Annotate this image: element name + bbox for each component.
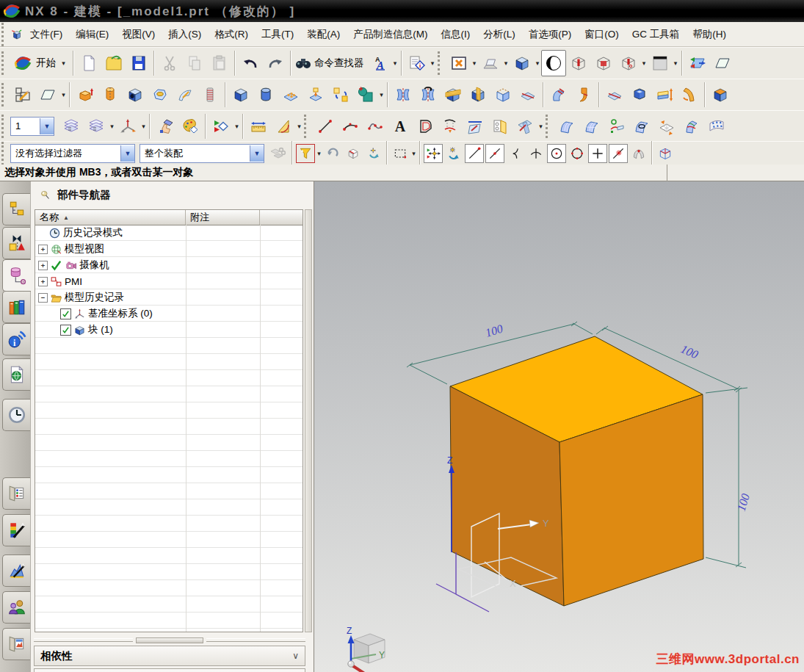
sketch-button[interactable] bbox=[10, 82, 35, 108]
section-curve-button[interactable] bbox=[488, 113, 513, 140]
role-palette-button[interactable] bbox=[178, 113, 203, 140]
sidebar-item-visualization[interactable] bbox=[2, 514, 30, 546]
move-face-button[interactable] bbox=[328, 82, 353, 108]
tree-row-block[interactable]: 块 (1) bbox=[35, 322, 303, 338]
paste-button[interactable] bbox=[207, 50, 232, 76]
mirror-body-button[interactable] bbox=[416, 82, 441, 108]
line-button[interactable] bbox=[313, 113, 338, 140]
section-edit-button[interactable] bbox=[616, 50, 641, 76]
flange-button[interactable] bbox=[571, 82, 596, 108]
checkbox-checked[interactable] bbox=[60, 325, 71, 336]
intersection-snap-button[interactable] bbox=[526, 144, 546, 163]
sidebar-item-part-navigator[interactable] bbox=[2, 259, 32, 292]
toolbar-grip[interactable] bbox=[438, 51, 444, 75]
window-layout-button[interactable] bbox=[446, 50, 471, 76]
chevron-down-icon[interactable]: ∨ bbox=[292, 651, 299, 661]
measure-distance-button[interactable] bbox=[246, 113, 271, 140]
new-button[interactable] bbox=[76, 50, 101, 76]
text-button[interactable] bbox=[388, 113, 413, 140]
expand-icon[interactable]: + bbox=[38, 277, 48, 286]
snap-filter-button[interactable] bbox=[296, 144, 315, 163]
menu-analysis[interactable]: 分析(L) bbox=[477, 25, 522, 44]
start-button[interactable]: 开始 ▾ bbox=[10, 48, 70, 78]
sketch-viewer-button[interactable] bbox=[478, 50, 503, 76]
arc-center-snap-button[interactable] bbox=[547, 144, 566, 163]
layer-settings-button[interactable] bbox=[59, 113, 84, 140]
rotate-point-button[interactable] bbox=[364, 144, 383, 163]
intersection-curve-button[interactable] bbox=[513, 113, 537, 140]
section-surface-button[interactable] bbox=[679, 113, 704, 140]
render-style-button[interactable] bbox=[541, 50, 566, 76]
offset-sheet-button[interactable] bbox=[602, 82, 627, 108]
quadrant-snap-button[interactable] bbox=[568, 144, 587, 163]
existing-point-snap-button[interactable] bbox=[588, 144, 607, 163]
emboss-button[interactable] bbox=[303, 82, 328, 108]
panel-scroll-gutter[interactable] bbox=[305, 209, 312, 632]
tree-row-model-views[interactable]: + 模型视图 bbox=[35, 241, 303, 257]
expand-icon[interactable]: + bbox=[38, 261, 48, 270]
sidebar-item-palettes[interactable] bbox=[2, 477, 30, 510]
edge-display-button[interactable] bbox=[710, 50, 735, 76]
menu-view[interactable]: 视图(V) bbox=[115, 25, 162, 44]
save-button[interactable] bbox=[126, 50, 151, 76]
bounded-grid-snap-button[interactable] bbox=[656, 144, 675, 163]
pattern-feature-button[interactable] bbox=[278, 82, 303, 108]
cylinder-button[interactable] bbox=[253, 82, 278, 108]
sew-button[interactable] bbox=[515, 82, 540, 108]
trimmed-sheet-button[interactable] bbox=[490, 82, 515, 108]
toolbar-grip[interactable] bbox=[1, 51, 8, 75]
selection-filter-combo[interactable]: 没有选择过滤器 ▼ bbox=[10, 144, 135, 163]
block-solid[interactable] bbox=[450, 336, 703, 606]
tree-row-history-mode[interactable]: 历史记录模式 bbox=[35, 225, 303, 241]
sidebar-item-roles[interactable] bbox=[2, 591, 30, 624]
sidebar-item-hd3d-tool[interactable] bbox=[2, 323, 30, 355]
sidebar-item-history[interactable] bbox=[2, 399, 30, 431]
boss-button[interactable] bbox=[148, 82, 173, 108]
sidebar-item-windows[interactable] bbox=[2, 628, 30, 660]
hole-button[interactable] bbox=[123, 82, 148, 108]
split-body-button[interactable] bbox=[466, 82, 490, 108]
menu-gc-toolbox[interactable]: GC 工具箱 bbox=[626, 25, 687, 44]
expand-icon[interactable]: + bbox=[38, 245, 48, 254]
tree-row-pmi[interactable]: + PMI bbox=[35, 273, 303, 289]
measure-angle-button[interactable] bbox=[271, 113, 296, 140]
rib-button[interactable] bbox=[173, 82, 198, 108]
sidebar-item-reuse-library[interactable] bbox=[2, 291, 30, 323]
dependencies-section[interactable]: 相依性 ∨ bbox=[34, 646, 305, 666]
menu-format[interactable]: 格式(R) bbox=[208, 25, 255, 44]
snap-enable-button[interactable] bbox=[424, 144, 443, 163]
layer-visible-in-view-button[interactable] bbox=[84, 113, 109, 140]
unite-button[interactable] bbox=[353, 82, 378, 108]
sidebar-item-assembly-navigator[interactable] bbox=[2, 193, 30, 225]
column-name[interactable]: 名称 ▲ bbox=[35, 210, 186, 225]
open-button[interactable] bbox=[101, 50, 126, 76]
point-on-surface-button[interactable] bbox=[604, 113, 629, 140]
sketch-in-task-button[interactable] bbox=[35, 82, 60, 108]
combo-arrow-icon[interactable]: ▼ bbox=[250, 145, 264, 162]
toolbar-grip[interactable] bbox=[546, 115, 552, 138]
menu-preferences[interactable]: 首选项(P) bbox=[522, 25, 579, 44]
menu-tools[interactable]: 工具(T) bbox=[255, 25, 300, 44]
endpoint-snap-button[interactable] bbox=[465, 144, 484, 163]
sidebar-item-web-browser[interactable] bbox=[2, 358, 30, 391]
toolbar-grip[interactable] bbox=[304, 115, 311, 138]
rollback-button[interactable] bbox=[323, 144, 342, 163]
annotation-font-button[interactable] bbox=[367, 50, 392, 76]
trim-body-button[interactable] bbox=[441, 82, 466, 108]
point-on-face-snap-button[interactable] bbox=[629, 144, 648, 163]
menu-window[interactable]: 窗口(O) bbox=[578, 25, 626, 44]
block-button[interactable] bbox=[228, 82, 253, 108]
sidebar-item-constraint-navigator[interactable] bbox=[2, 227, 30, 259]
sidebar-item-scene-visualization[interactable] bbox=[2, 554, 30, 587]
details-section[interactable]: 细节 ∨ bbox=[34, 668, 305, 672]
midpoint-snap-button[interactable] bbox=[485, 144, 504, 163]
wcs-orientation-button[interactable] bbox=[115, 113, 140, 140]
mirror-feature-button[interactable] bbox=[391, 82, 416, 108]
project-curve-button[interactable] bbox=[438, 113, 463, 140]
revolve-button[interactable] bbox=[98, 82, 123, 108]
cut-button[interactable] bbox=[157, 50, 182, 76]
column-extra[interactable] bbox=[260, 210, 303, 225]
menu-file[interactable]: 文件(F) bbox=[23, 25, 69, 44]
command-finder-button[interactable]: 命令查找器 bbox=[294, 50, 367, 76]
clip-section-button[interactable] bbox=[685, 50, 710, 76]
